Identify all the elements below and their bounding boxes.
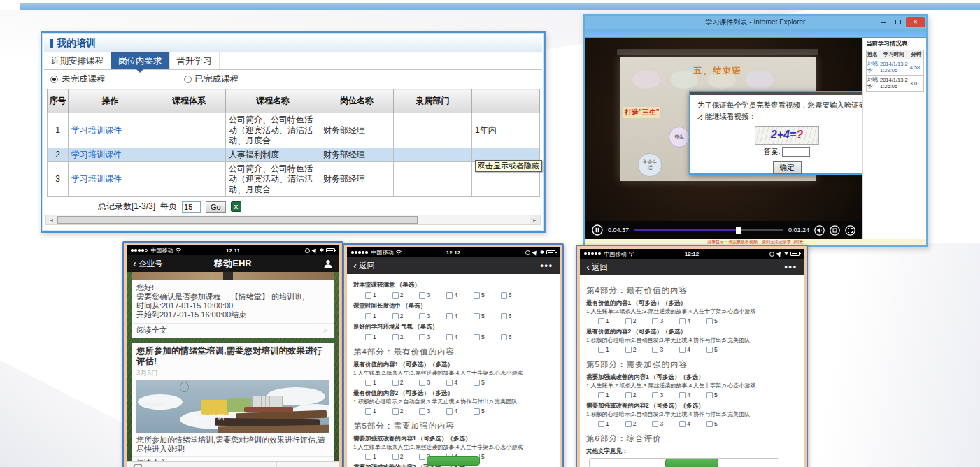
tab-岗位内要求[interactable]: 岗位内要求 bbox=[111, 52, 170, 69]
menu-section[interactable] bbox=[277, 462, 339, 467]
scroll-thumb[interactable] bbox=[57, 216, 418, 224]
checkbox[interactable] bbox=[706, 421, 713, 427]
checkbox[interactable] bbox=[392, 454, 399, 460]
more-menu-icon[interactable]: ••• bbox=[784, 262, 797, 272]
checkbox[interactable] bbox=[474, 313, 480, 319]
person-icon[interactable] bbox=[323, 259, 333, 268]
checkbox[interactable] bbox=[625, 347, 632, 353]
message-card[interactable]: 您好! 需要您确认是否参加课程： 【情绪堂】 的培训班, 时间从:2017-01… bbox=[132, 272, 334, 338]
pause-button[interactable] bbox=[592, 224, 603, 236]
radio-option[interactable]: 已完成课程 bbox=[184, 73, 239, 85]
checkbox[interactable] bbox=[419, 313, 425, 319]
confirm-button[interactable]: 确定 bbox=[773, 161, 802, 174]
fullscreen-button[interactable] bbox=[845, 225, 855, 236]
checkbox[interactable] bbox=[598, 318, 604, 324]
checkbox[interactable] bbox=[652, 318, 658, 324]
more-menu-icon[interactable]: ••• bbox=[540, 261, 553, 271]
keyboard-icon[interactable] bbox=[127, 462, 150, 467]
course-action-link[interactable]: 学习培训课件 bbox=[71, 150, 122, 159]
course-action-link[interactable]: 学习培训课件 bbox=[71, 125, 122, 135]
volume-button[interactable] bbox=[814, 225, 825, 236]
progress-handle[interactable] bbox=[736, 227, 741, 234]
go-button[interactable]: Go bbox=[206, 201, 226, 213]
checkbox[interactable] bbox=[474, 292, 480, 299]
excel-export-icon[interactable]: X bbox=[231, 201, 241, 212]
checkbox[interactable] bbox=[598, 421, 604, 427]
wechat-menu-bar[interactable] bbox=[127, 461, 339, 467]
checkbox[interactable] bbox=[392, 380, 399, 386]
status-bar: 中国移动 12:11 ✱ bbox=[127, 245, 339, 255]
checkbox[interactable] bbox=[501, 334, 507, 340]
checkbox[interactable] bbox=[419, 454, 425, 460]
checkbox[interactable] bbox=[392, 313, 399, 319]
answer-input[interactable] bbox=[782, 147, 810, 157]
checkbox[interactable] bbox=[679, 318, 686, 324]
checkbox[interactable] bbox=[419, 334, 425, 340]
checkbox[interactable] bbox=[474, 334, 480, 340]
checkbox[interactable] bbox=[501, 292, 507, 299]
back-button[interactable]: ‹ 返回 bbox=[353, 261, 375, 271]
horizontal-scrollbar[interactable]: ◄ ► bbox=[45, 215, 541, 225]
tab-晋升学习[interactable]: 晋升学习 bbox=[170, 52, 220, 69]
checkbox[interactable] bbox=[679, 421, 686, 427]
checkbox[interactable] bbox=[625, 392, 632, 398]
checkbox[interactable] bbox=[625, 318, 632, 324]
checkbox[interactable] bbox=[706, 347, 713, 353]
checkbox[interactable] bbox=[419, 380, 425, 386]
checkbox[interactable] bbox=[474, 380, 480, 386]
checkbox[interactable] bbox=[652, 421, 658, 427]
close-button[interactable]: ✕ bbox=[906, 17, 925, 27]
checkbox[interactable] bbox=[392, 334, 399, 340]
course-action-link[interactable]: 学习培训课件 bbox=[71, 174, 122, 184]
message-card[interactable]: 您所参加的情绪堂培训,需要您对培训的效果进行评估! 3月6日 -longs bbox=[132, 343, 334, 467]
back-button[interactable]: ‹ 企业号 bbox=[133, 259, 163, 269]
slide-top-bar bbox=[20, 3, 980, 10]
read-more-row[interactable]: 阅读全文 ＞ bbox=[132, 323, 334, 338]
progress-fill bbox=[634, 229, 739, 231]
stop-button[interactable] bbox=[830, 225, 840, 236]
per-page-input[interactable] bbox=[182, 201, 201, 213]
menu-section[interactable] bbox=[213, 462, 276, 467]
checkbox[interactable] bbox=[706, 392, 713, 398]
submit-button[interactable] bbox=[427, 456, 480, 466]
checkbox[interactable] bbox=[679, 347, 686, 353]
checkbox[interactable] bbox=[365, 380, 371, 386]
checkbox[interactable] bbox=[446, 313, 453, 319]
scroll-left-arrow[interactable]: ◄ bbox=[46, 215, 57, 224]
checkbox[interactable] bbox=[598, 347, 604, 353]
checkbox[interactable] bbox=[446, 380, 453, 386]
checkbox[interactable] bbox=[706, 318, 713, 324]
checkbox[interactable] bbox=[365, 313, 371, 319]
scroll-right-arrow[interactable]: ► bbox=[530, 215, 540, 224]
maximize-button[interactable] bbox=[892, 17, 904, 27]
back-button[interactable]: ‹ 返回 bbox=[586, 262, 608, 273]
video-player[interactable]: 五、结束语 打造"三生" 尊生 学会生活 0:04:37 bbox=[585, 38, 862, 239]
menu-section[interactable] bbox=[150, 462, 213, 467]
checkbox[interactable] bbox=[365, 408, 371, 415]
post-name-cell: 财务部经理 bbox=[320, 113, 394, 148]
minimize-button[interactable] bbox=[878, 17, 890, 27]
checkbox[interactable] bbox=[365, 454, 371, 460]
bluetooth-icon: ✱ bbox=[784, 251, 788, 257]
checkbox[interactable] bbox=[446, 334, 453, 340]
checkbox[interactable] bbox=[419, 408, 425, 415]
progress-bar[interactable] bbox=[634, 229, 783, 231]
checkbox[interactable] bbox=[446, 292, 453, 299]
checkbox[interactable] bbox=[652, 347, 658, 353]
checkbox[interactable] bbox=[598, 392, 604, 398]
checkbox[interactable] bbox=[392, 408, 399, 415]
tab-近期安排课程[interactable]: 近期安排课程 bbox=[44, 52, 111, 69]
checkbox[interactable] bbox=[419, 292, 425, 299]
radio-option[interactable]: 未完成课程 bbox=[50, 73, 106, 85]
checkbox[interactable] bbox=[392, 292, 399, 299]
checkbox[interactable] bbox=[446, 408, 453, 415]
checkbox[interactable] bbox=[625, 421, 632, 427]
checkbox[interactable] bbox=[365, 334, 371, 340]
checkbox[interactable] bbox=[652, 392, 658, 398]
checkbox[interactable] bbox=[474, 408, 480, 415]
submit-button[interactable] bbox=[665, 459, 718, 467]
study-status-table: 姓名学习时间分钟 刘晓华2014/1/13 21:29:054.58刘晓华201… bbox=[866, 50, 924, 92]
checkbox[interactable] bbox=[501, 313, 507, 319]
checkbox[interactable] bbox=[365, 292, 371, 299]
checkbox[interactable] bbox=[679, 392, 686, 398]
